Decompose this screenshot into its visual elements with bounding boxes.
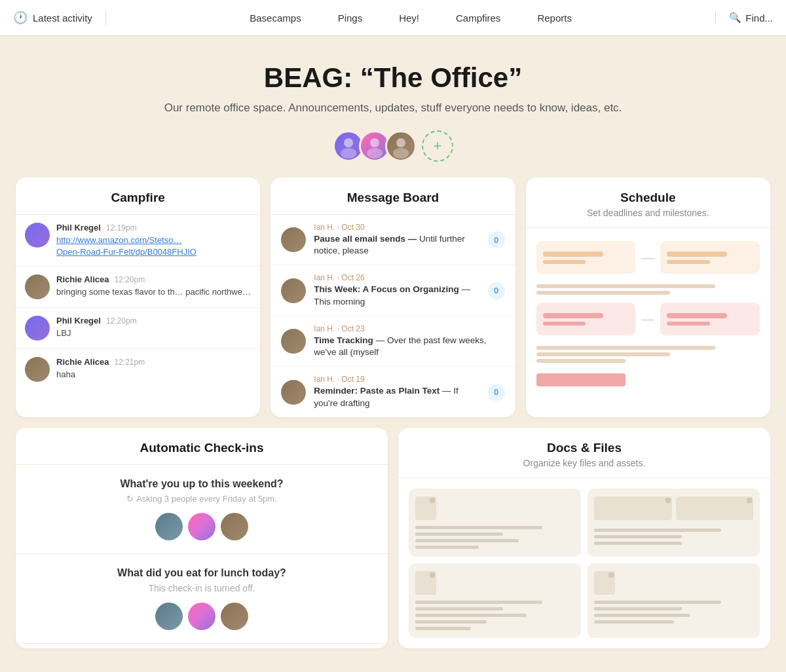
doc-line-sm	[415, 607, 503, 610]
doc-line-sm	[594, 620, 674, 624]
checkins-header: Automatic Check-ins	[16, 428, 388, 465]
svg-point-3	[367, 148, 383, 159]
find-button[interactable]: 🔍 Find...	[715, 12, 773, 24]
avatar	[281, 278, 306, 303]
doc-icon	[594, 571, 615, 595]
campfire-title[interactable]: Campfire	[26, 191, 250, 205]
doc-item[interactable]	[409, 563, 581, 638]
doc-item[interactable]	[409, 489, 581, 557]
nav-hey[interactable]: Hey!	[381, 12, 438, 24]
doc-item[interactable]	[588, 489, 760, 557]
message-time: 12:20pm	[106, 316, 137, 326]
avatar	[25, 357, 50, 382]
nav-reports[interactable]: Reports	[519, 12, 590, 24]
doc-item[interactable]	[588, 563, 760, 638]
campfire-messages: Phil Kregel 12:19pm http://www.amazon.co…	[16, 215, 260, 390]
avatar	[155, 603, 183, 630]
message-row: Phil Kregel 12:19pm http://www.amazon.co…	[16, 215, 260, 267]
checkin-off-text: This check-in is turned off.	[31, 583, 372, 593]
latest-activity-nav[interactable]: 🕐 Latest activity	[13, 10, 106, 25]
nav-basecamps[interactable]: Basecamps	[231, 12, 319, 24]
page-subtitle: Our remote office space. Announcements, …	[13, 102, 773, 115]
checkin-meta: ↻ Asking 3 people every Friday at 5pm.	[31, 494, 372, 504]
mb-content: Ian H. · Oct 26 This Week: A Focus on Or…	[314, 273, 479, 307]
avatar-3[interactable]	[385, 130, 417, 162]
search-icon: 🔍	[729, 12, 741, 24]
mb-badge: 0	[488, 384, 505, 401]
mb-content: Ian H. · Oct 23 Time Tracking — Over the…	[314, 324, 504, 358]
message-time: 12:20pm	[114, 275, 145, 284]
schedule-body: — —	[526, 228, 770, 400]
schedule-line	[667, 313, 727, 318]
checkin-avatars	[31, 603, 372, 630]
mb-meta: Ian H. · Oct 26	[314, 273, 479, 282]
message-time: 12:21pm	[114, 358, 145, 367]
message-row: Richie Alicea 12:21pm haha	[16, 349, 260, 390]
doc-line	[594, 614, 690, 617]
checkins-title[interactable]: Automatic Check-ins	[26, 441, 377, 455]
doc-line	[594, 529, 721, 532]
docs-title[interactable]: Docs & Files	[409, 441, 760, 455]
mb-badge: 0	[488, 231, 505, 248]
checkin-item: What did you eat for lunch today? This c…	[16, 554, 388, 644]
schedule-item	[536, 241, 636, 274]
campfire-header: Campfire	[16, 177, 260, 215]
svg-point-1	[341, 148, 356, 159]
message-content: Richie Alicea 12:21pm haha	[56, 357, 251, 381]
doc-line	[594, 601, 721, 604]
message-text: bringing some texas flavor to th… pacifi…	[56, 286, 251, 298]
schedule-line	[667, 252, 727, 257]
avatar	[25, 223, 50, 248]
member-avatars: +	[13, 130, 773, 162]
message-board-item[interactable]: Ian H. · Oct 26 This Week: A Focus on Or…	[271, 265, 515, 316]
doc-line-sm	[415, 532, 503, 536]
schedule-text-lines	[536, 346, 760, 363]
schedule-item-pink	[536, 303, 636, 335]
sched-text-line	[536, 284, 715, 288]
schedule-text-lines	[536, 284, 760, 295]
mb-meta: Ian H. · Oct 23	[314, 324, 504, 333]
avatar	[25, 316, 50, 341]
sched-dash: —	[642, 312, 654, 326]
add-member-button[interactable]: +	[422, 130, 453, 162]
message-author: Richie Alicea	[56, 357, 109, 367]
page-header: BEAG: “The Office” Our remote office spa…	[0, 36, 786, 177]
doc-icon	[676, 496, 754, 520]
nav-pings[interactable]: Pings	[320, 12, 381, 24]
message-board-item[interactable]: Ian H. · Oct 23 Time Tracking — Over the…	[271, 316, 515, 367]
message-board-item[interactable]: Ian H. · Oct 19 Reminder: Paste as Plain…	[271, 367, 515, 417]
mb-title: Time Tracking — Over the past few weeks,…	[314, 335, 504, 358]
message-board-header: Message Board	[271, 177, 515, 215]
message-time: 12:19pm	[106, 223, 137, 233]
avatar	[188, 603, 215, 630]
schedule-button[interactable]	[536, 373, 626, 386]
message-board-list: Ian H. · Oct 30 Pause all email sends — …	[271, 215, 515, 417]
nav-campfires[interactable]: Campfires	[438, 12, 519, 24]
nav-links: Basecamps Pings Hey! Campfires Reports	[106, 12, 715, 24]
doc-line	[415, 526, 542, 529]
campfire-card: Campfire Phil Kregel 12:19pm http://www.…	[16, 177, 260, 417]
message-link[interactable]: http://www.amazon.com/Stetso…Open-Road-F…	[56, 234, 251, 258]
refresh-icon: ↻	[126, 494, 134, 504]
schedule-line-sm	[543, 260, 586, 264]
message-author: Phil Kregel	[56, 316, 101, 326]
checkin-avatars	[31, 513, 372, 540]
schedule-item-pink	[660, 303, 760, 335]
message-meta: Phil Kregel 12:19pm	[56, 223, 251, 233]
sched-text-line-short	[536, 291, 671, 295]
schedule-title[interactable]: Schedule	[536, 191, 760, 205]
message-board-item[interactable]: Ian H. · Oct 30 Pause all email sends — …	[271, 215, 515, 265]
doc-line-sm	[594, 535, 682, 538]
doc-line	[415, 539, 519, 542]
svg-point-2	[370, 138, 379, 147]
message-content: Phil Kregel 12:20pm LBJ	[56, 316, 251, 339]
sched-dash: —	[642, 251, 654, 265]
docs-card: Docs & Files Organize key files and asse…	[398, 428, 770, 648]
message-board-card: Message Board Ian H. · Oct 30 Pause all …	[271, 177, 515, 417]
avatar	[221, 603, 248, 630]
mb-title: Reminder: Paste as Plain Text — If you'r…	[314, 385, 479, 409]
docs-subtitle: Organize key files and assets.	[409, 458, 760, 468]
message-board-title[interactable]: Message Board	[281, 191, 504, 205]
doc-line-sm	[415, 546, 479, 549]
mb-meta: Ian H. · Oct 19	[314, 375, 479, 384]
